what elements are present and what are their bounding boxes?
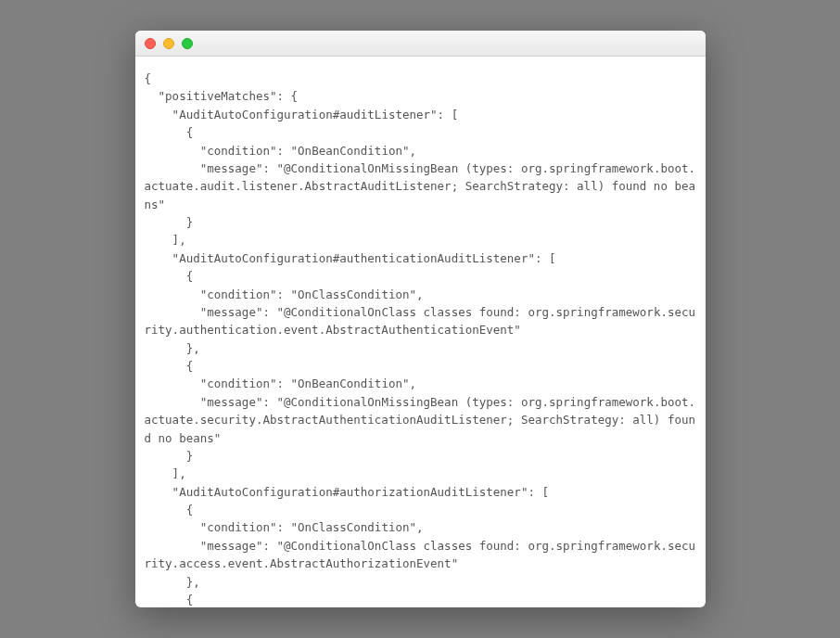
close-icon[interactable] [145, 38, 156, 49]
maximize-icon[interactable] [182, 38, 193, 49]
minimize-icon[interactable] [163, 38, 174, 49]
app-window: { "positiveMatches": { "AuditAutoConfigu… [135, 31, 706, 607]
json-content: { "positiveMatches": { "AuditAutoConfigu… [135, 57, 706, 607]
window-titlebar [135, 31, 706, 57]
